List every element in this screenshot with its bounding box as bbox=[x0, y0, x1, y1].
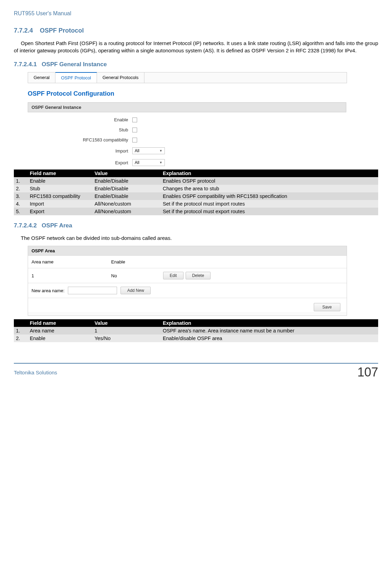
cell-value: Enable/Disable bbox=[92, 177, 161, 185]
ospf-area-panel: OSPF Area Area name Enable 1 No Edit Del… bbox=[28, 246, 347, 316]
new-area-name-input[interactable] bbox=[68, 287, 117, 294]
cell-enable: No bbox=[111, 273, 163, 278]
row-import: Import All ▼ bbox=[28, 147, 346, 154]
chevron-down-icon: ▼ bbox=[159, 149, 162, 153]
heading-ospf-general-instance: 7.7.2.4.1 OSPF General Instance bbox=[14, 61, 378, 68]
table-row: 1.Area name1OSPF area's name. Area insta… bbox=[14, 327, 378, 335]
cell-field: Area name bbox=[28, 327, 92, 335]
tab-general[interactable]: General bbox=[28, 72, 55, 83]
chevron-down-icon: ▼ bbox=[159, 161, 162, 164]
area-columns: Area name Enable bbox=[28, 255, 347, 268]
th-explanation: Explanation bbox=[161, 319, 378, 327]
heading-number: 7.7.2.4 bbox=[14, 27, 33, 34]
table-row: 2.EnableYes/NoEnable/disable OSPF area bbox=[14, 335, 378, 342]
heading-ospf-protocol: 7.7.2.4 OSPF Protocol bbox=[14, 27, 378, 34]
row-stub: Stub bbox=[28, 127, 346, 132]
table-row: 3.RFC1583 compatibilityEnable/DisableEna… bbox=[14, 192, 378, 200]
cell-expl: Enable/disable OSPF area bbox=[161, 335, 378, 342]
checkbox-enable[interactable] bbox=[132, 118, 137, 122]
th-explanation: Explanation bbox=[161, 170, 378, 177]
row-rfc1583: RFC1583 compatibility bbox=[28, 137, 346, 142]
heading-number: 7.7.2.4.1 bbox=[14, 61, 37, 68]
protocol-tabs: General OSPF Protocol General Protocols bbox=[28, 72, 347, 83]
cell-num: 2. bbox=[14, 335, 28, 342]
select-value: All bbox=[135, 160, 139, 165]
heading-number: 7.7.2.4.2 bbox=[14, 222, 37, 229]
ospf-config-panel: OSPF Protocol Configuration OSPF General… bbox=[28, 90, 346, 166]
th-value: Value bbox=[92, 170, 161, 177]
heading-title: OSPF Area bbox=[42, 222, 72, 229]
cell-expl: Set if the protocol must import routes bbox=[161, 200, 378, 208]
area-row: 1 No Edit Delete bbox=[28, 268, 347, 283]
cell-area-name: 1 bbox=[32, 273, 111, 278]
cell-field: Export bbox=[28, 208, 92, 215]
table-row: 5.ExportAll/None/customSet if the protoc… bbox=[14, 208, 378, 215]
ospf-general-desc-table: Field name Value Explanation 1.EnableEna… bbox=[14, 170, 378, 215]
cell-value: 1 bbox=[92, 327, 161, 335]
th-value: Value bbox=[92, 319, 161, 327]
cell-field: RFC1583 compatibility bbox=[28, 192, 92, 200]
ospf-area-desc-table: Field name Value Explanation 1.Area name… bbox=[14, 319, 378, 342]
cell-expl: Set if the protocol must export routes bbox=[161, 208, 378, 215]
page-number: 107 bbox=[357, 365, 378, 380]
section-header: OSPF General Instance bbox=[28, 102, 346, 112]
label-import: Import bbox=[28, 148, 132, 154]
cell-num: 3. bbox=[14, 192, 28, 200]
col-enable: Enable bbox=[111, 259, 163, 264]
area-panel-title: OSPF Area bbox=[28, 246, 347, 255]
cell-expl: Changes the area to stub bbox=[161, 185, 378, 192]
table-row: 1.EnableEnable/DisableEnables OSPF proto… bbox=[14, 177, 378, 185]
cell-field: Enable bbox=[28, 177, 92, 185]
cell-expl: OSPF area's name. Area instance name mus… bbox=[161, 327, 378, 335]
tab-ospf-protocol[interactable]: OSPF Protocol bbox=[55, 72, 97, 83]
heading-title: OSPF Protocol bbox=[40, 27, 84, 34]
label-enable: Enable bbox=[28, 117, 132, 122]
cell-expl: Enables OSPF compatibility with RFC1583 … bbox=[161, 192, 378, 200]
save-row: Save bbox=[28, 298, 347, 312]
row-enable: Enable bbox=[28, 117, 346, 122]
page-footer: Teltonika Solutions 107 bbox=[14, 363, 378, 380]
checkbox-rfc1583[interactable] bbox=[132, 138, 137, 142]
label-rfc1583: RFC1583 compatibility bbox=[28, 137, 132, 142]
new-area-label: New area name: bbox=[32, 288, 64, 293]
save-button[interactable]: Save bbox=[314, 303, 340, 311]
cell-num: 2. bbox=[14, 185, 28, 192]
table-row: 2.StubEnable/DisableChanges the area to … bbox=[14, 185, 378, 192]
ospf-area-paragraph: The OSPF network can be divided into sub… bbox=[14, 234, 378, 242]
cell-num: 5. bbox=[14, 208, 28, 215]
tab-general-protocols[interactable]: General Protocols bbox=[97, 72, 144, 83]
cell-field: Stub bbox=[28, 185, 92, 192]
add-new-button[interactable]: Add New bbox=[121, 287, 151, 294]
cell-num: 4. bbox=[14, 200, 28, 208]
th-field-name: Field name bbox=[28, 319, 92, 327]
cell-field: Enable bbox=[28, 335, 92, 342]
cell-value: All/None/custom bbox=[92, 200, 161, 208]
select-value: All bbox=[135, 148, 139, 153]
label-stub: Stub bbox=[28, 127, 132, 132]
config-panel-title: OSPF Protocol Configuration bbox=[28, 90, 346, 97]
cell-num: 1. bbox=[14, 177, 28, 185]
col-area-name: Area name bbox=[32, 259, 111, 264]
document-header: RUT955 User's Manual bbox=[14, 10, 378, 17]
cell-value: Enable/Disable bbox=[92, 192, 161, 200]
intro-paragraph: Open Shortest Path First (OSPF) is a rou… bbox=[14, 40, 378, 54]
table-row: 4.ImportAll/None/customSet if the protoc… bbox=[14, 200, 378, 208]
cell-value: All/None/custom bbox=[92, 208, 161, 215]
heading-ospf-area: 7.7.2.4.2 OSPF Area bbox=[14, 222, 378, 229]
cell-num: 1. bbox=[14, 327, 28, 335]
delete-button[interactable]: Delete bbox=[186, 272, 211, 279]
footer-company: Teltonika Solutions bbox=[14, 370, 57, 375]
row-export: Export All ▼ bbox=[28, 159, 346, 166]
select-import[interactable]: All ▼ bbox=[132, 147, 165, 154]
cell-expl: Enables OSPF protocol bbox=[161, 177, 378, 185]
cell-value: Enable/Disable bbox=[92, 185, 161, 192]
heading-title: OSPF General Instance bbox=[42, 61, 107, 68]
cell-value: Yes/No bbox=[92, 335, 161, 342]
new-area-row: New area name: Add New bbox=[28, 283, 347, 298]
cell-field: Import bbox=[28, 200, 92, 208]
select-export[interactable]: All ▼ bbox=[132, 159, 165, 166]
th-field-name: Field name bbox=[28, 170, 92, 177]
label-export: Export bbox=[28, 160, 132, 165]
checkbox-stub[interactable] bbox=[132, 128, 137, 132]
edit-button[interactable]: Edit bbox=[163, 272, 184, 279]
